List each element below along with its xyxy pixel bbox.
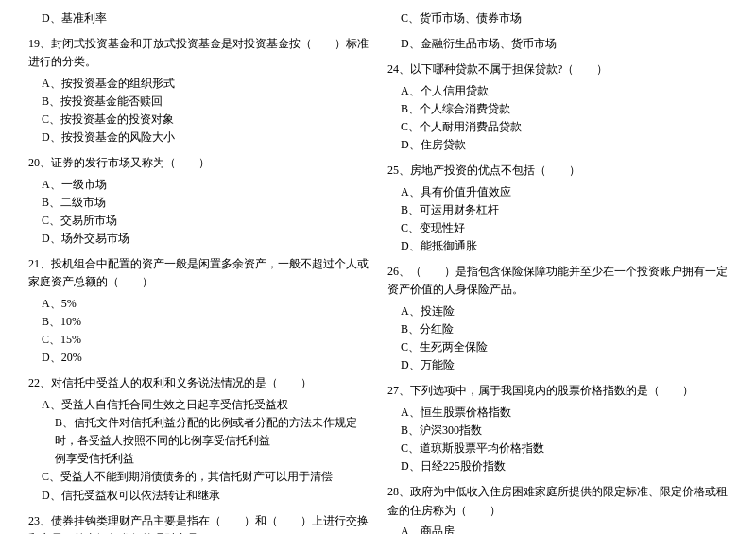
q20: 20、证券的发行市场又称为（ ） A、一级市场 B、二级市场 C、交易所市场 D… bbox=[28, 154, 369, 248]
q21-d: D、20% bbox=[28, 349, 369, 367]
left-column: D、基准利率 19、封闭式投资基金和开放式投资基金是对投资基金按（ ）标准进行的… bbox=[28, 9, 369, 534]
q27-d: D、日经225股价指数 bbox=[387, 457, 728, 475]
q27: 27、下列选项中，属于我国境内的股票价格指数的是（ ） A、恒生股票价格指数 B… bbox=[387, 382, 728, 475]
q25-title: 25、房地产投资的优点不包括（ ） bbox=[387, 162, 728, 180]
q28-title: 28、政府为中低收入住房困难家庭所提供的限定标准、限定价格或租金的住房称为（ ） bbox=[387, 483, 728, 519]
q25-a: A、具有价值升值效应 bbox=[387, 183, 728, 201]
q22-d: D、信托受益权可以依法转让和继承 bbox=[28, 487, 369, 505]
q24-c: C、个人耐用消费品贷款 bbox=[387, 118, 728, 136]
right-column: C、货币市场、债券市场 D、金融衍生品市场、货币市场 24、以下哪种贷款不属于担… bbox=[387, 9, 728, 534]
q25-d: D、能抵御通胀 bbox=[387, 237, 728, 255]
q25-c: C、变现性好 bbox=[387, 219, 728, 237]
q22-b2: 例享受信托利益 bbox=[28, 450, 369, 468]
q27-b: B、沪深300指数 bbox=[387, 422, 728, 439]
q26-c: C、生死两全保险 bbox=[387, 338, 728, 356]
q27-title: 27、下列选项中，属于我国境内的股票价格指数的是（ ） bbox=[387, 382, 728, 400]
q19: 19、封闭式投资基金和开放式投资基金是对投资基金按（ ）标准进行的分类。 A、按… bbox=[28, 35, 369, 146]
q21: 21、投机组合中配置的资产一般是闲置多余资产，一般不超过个人或家庭资产总额的（ … bbox=[28, 255, 369, 367]
q23: 23、债券挂钩类理财产品主要是指在（ ）和（ ）上进行交换和交易，并由银行发行的… bbox=[28, 512, 369, 534]
q24-d: D、住房贷款 bbox=[387, 136, 728, 154]
q23-title: 23、债券挂钩类理财产品主要是指在（ ）和（ ）上进行交换和交易，并由银行发行的… bbox=[28, 512, 369, 534]
q22-c: C、受益人不能到期消债债务的，其信托财产可以用于清偿 bbox=[28, 468, 369, 486]
q20-a: A、一级市场 bbox=[28, 176, 369, 194]
option-d-base: D、基准利率 bbox=[28, 9, 369, 27]
q22-title: 22、对信托中受益人的权利和义务说法情况的是（ ） bbox=[28, 374, 369, 392]
q19-c: C、按投资基金的投资对象 bbox=[28, 111, 369, 129]
q26-d: D、万能险 bbox=[387, 356, 728, 374]
q24: 24、以下哪种贷款不属于担保贷款?（ ） A、个人信用贷款 B、个人综合消费贷款… bbox=[387, 60, 728, 154]
q27-a: A、恒生股票价格指数 bbox=[387, 404, 728, 422]
q21-a: A、5% bbox=[28, 295, 369, 313]
q20-title: 20、证券的发行市场又称为（ ） bbox=[28, 154, 369, 172]
q-d-financial: D、金融衍生品市场、货币市场 bbox=[387, 35, 728, 53]
q21-c: C、15% bbox=[28, 331, 369, 349]
q24-b: B、个人综合消费贷款 bbox=[387, 100, 728, 118]
q22-b: B、信托文件对信托利益分配的比例或者分配的方法未作规定时，各受益人按照不同的比例… bbox=[28, 414, 369, 450]
q25-b: B、可运用财务杠杆 bbox=[387, 201, 728, 219]
q21-b: B、10% bbox=[28, 313, 369, 331]
q27-c: C、道琼斯股票平均价格指数 bbox=[387, 439, 728, 457]
q28-a: A、商品房 bbox=[387, 523, 728, 534]
q26: 26、（ ）是指包含保险保障功能并至少在一个投资账户拥有一定资产价值的人身保险产… bbox=[387, 263, 728, 374]
option-c-currency: C、货币市场、债券市场 bbox=[387, 9, 728, 27]
q20-d: D、场外交易市场 bbox=[28, 230, 369, 248]
q24-a: A、个人信用贷款 bbox=[387, 82, 728, 100]
page-content: D、基准利率 19、封闭式投资基金和开放式投资基金是对投资基金按（ ）标准进行的… bbox=[28, 9, 728, 534]
option-d-financial: D、金融衍生品市场、货币市场 bbox=[387, 35, 728, 53]
q19-b: B、按投资基金能否赎回 bbox=[28, 93, 369, 111]
q22-a: A、受益人自信托合同生效之日起享受信托受益权 bbox=[28, 396, 369, 414]
q26-b: B、分红险 bbox=[387, 320, 728, 338]
q25: 25、房地产投资的优点不包括（ ） A、具有价值升值效应 B、可运用财务杠杆 C… bbox=[387, 162, 728, 255]
q21-title: 21、投机组合中配置的资产一般是闲置多余资产，一般不超过个人或家庭资产总额的（ … bbox=[28, 255, 369, 291]
q19-title: 19、封闭式投资基金和开放式投资基金是对投资基金按（ ）标准进行的分类。 bbox=[28, 35, 369, 71]
q28: 28、政府为中低收入住房困难家庭所提供的限定标准、限定价格或租金的住房称为（ ）… bbox=[387, 483, 728, 534]
q20-c: C、交易所市场 bbox=[28, 212, 369, 230]
q19-a: A、按投资基金的组织形式 bbox=[28, 75, 369, 93]
q-d-base: D、基准利率 bbox=[28, 9, 369, 27]
q24-title: 24、以下哪种贷款不属于担保贷款?（ ） bbox=[387, 60, 728, 78]
q22: 22、对信托中受益人的权利和义务说法情况的是（ ） A、受益人自信托合同生效之日… bbox=[28, 374, 369, 504]
q20-b: B、二级市场 bbox=[28, 194, 369, 212]
q26-title: 26、（ ）是指包含保险保障功能并至少在一个投资账户拥有一定资产价值的人身保险产… bbox=[387, 263, 728, 299]
q26-a: A、投连险 bbox=[387, 302, 728, 320]
q-c-currency: C、货币市场、债券市场 bbox=[387, 9, 728, 27]
q19-d: D、按投资基金的风险大小 bbox=[28, 129, 369, 146]
